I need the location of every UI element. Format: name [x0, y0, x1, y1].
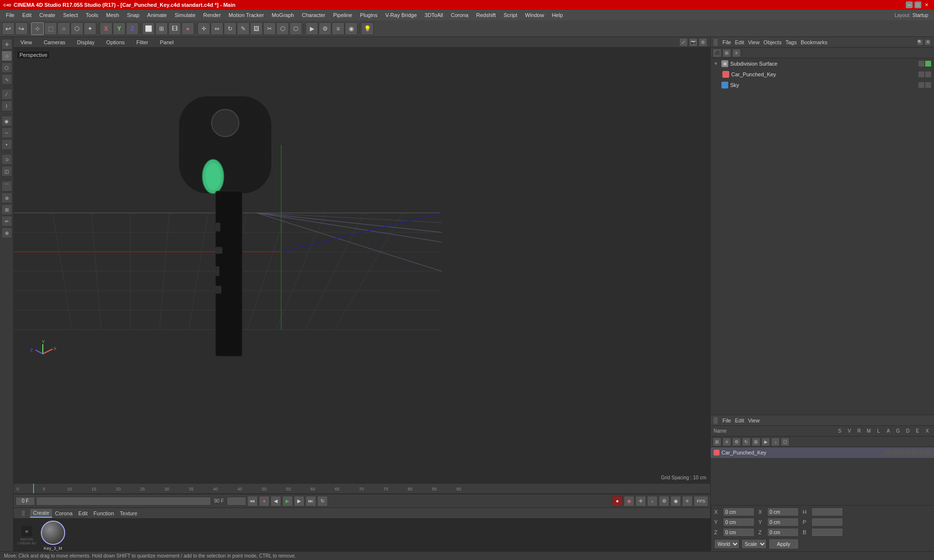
- attr-tool-btn8[interactable]: ⬡: [781, 438, 790, 446]
- record3-button[interactable]: ◉: [624, 496, 634, 507]
- tab-function[interactable]: Function: [90, 509, 117, 517]
- attr-icon-3[interactable]: [898, 450, 904, 455]
- coord-x-input[interactable]: [723, 508, 754, 516]
- free-select-button[interactable]: ✦: [84, 22, 96, 35]
- coord-p-input[interactable]: [811, 518, 843, 526]
- record-button[interactable]: ●: [181, 22, 194, 35]
- menu-script[interactable]: Script: [500, 11, 521, 19]
- sky-enabled-icon[interactable]: [925, 82, 931, 88]
- menu-simulate[interactable]: Simulate: [171, 11, 199, 19]
- y-axis-button[interactable]: Y: [113, 22, 126, 35]
- world-dropdown[interactable]: World: [714, 539, 739, 549]
- viewport-tab-options[interactable]: Options: [102, 38, 128, 46]
- film-button[interactable]: 🎞: [168, 22, 181, 35]
- cube-view-button[interactable]: ⬜: [142, 22, 155, 35]
- loop-button[interactable]: ↻: [317, 496, 328, 507]
- current-frame-input[interactable]: [16, 497, 35, 506]
- attr-tool-btn4[interactable]: ↻: [742, 438, 751, 446]
- scale-dropdown[interactable]: Scale: [741, 539, 767, 549]
- viewport-tab-filter[interactable]: Filter: [132, 38, 152, 46]
- scene-item-subdivision[interactable]: ▼ ⊞ Subdivision Surface: [711, 58, 934, 69]
- scene-toolbar-btn2[interactable]: ⊞: [722, 49, 731, 57]
- menu-redshift[interactable]: Redshift: [472, 11, 500, 19]
- attr-icon-4[interactable]: [905, 450, 911, 455]
- poly-select-button[interactable]: ⬡: [71, 22, 83, 35]
- viewport-tab-display[interactable]: Display: [73, 38, 98, 46]
- attr-tool-btn5[interactable]: ⊞: [752, 438, 760, 446]
- lt-camera2-button[interactable]: ◫: [1, 166, 12, 176]
- lt-spline-button[interactable]: ∿: [1, 74, 12, 85]
- light-button[interactable]: 💡: [361, 22, 374, 35]
- texture-button[interactable]: 🖼: [250, 22, 263, 35]
- scene-item-sky[interactable]: Sky: [711, 80, 934, 90]
- attr-icon-1[interactable]: [884, 450, 890, 455]
- scene-visibility-icon[interactable]: [918, 61, 924, 67]
- menu-window[interactable]: Window: [521, 11, 548, 19]
- tab-texture[interactable]: Texture: [117, 509, 140, 517]
- menu-mograph[interactable]: MoGraph: [268, 11, 298, 19]
- lt-twist-button[interactable]: ⊛: [1, 192, 12, 203]
- onion-skin-button[interactable]: ◉: [670, 496, 681, 507]
- attr-icon-7[interactable]: [925, 450, 931, 455]
- record2-button[interactable]: ●: [612, 496, 623, 507]
- viewport-tab-view[interactable]: View: [17, 38, 36, 46]
- viewport[interactable]: Perspective: [14, 48, 710, 483]
- render-queue-button[interactable]: ≡: [332, 22, 344, 35]
- attr-menu-file[interactable]: File: [722, 418, 731, 423]
- move-tool-button[interactable]: ✛: [198, 22, 210, 35]
- scale-tool-button[interactable]: ⇔: [211, 22, 223, 35]
- attr-icon-5[interactable]: [912, 450, 917, 455]
- attr-tool-btn2[interactable]: ≡: [722, 438, 731, 446]
- lt-subdivide-button[interactable]: ⊞: [1, 204, 12, 215]
- menu-3dtall[interactable]: 3DToAll: [421, 11, 447, 19]
- menu-animate[interactable]: Animate: [144, 11, 171, 19]
- menu-vray[interactable]: V-Ray Bridge: [381, 11, 421, 19]
- lt-deform-button[interactable]: ⊃: [1, 154, 12, 165]
- prev-frame-button[interactable]: ◀: [270, 496, 281, 507]
- attr-tool-btn1[interactable]: ⊞: [713, 438, 721, 446]
- lt-fields-button[interactable]: ⊕: [1, 228, 12, 238]
- frame-button[interactable]: ⊞: [155, 22, 168, 35]
- viewport-render-button[interactable]: ◉: [345, 22, 358, 35]
- menu-edit[interactable]: Edit: [18, 11, 36, 19]
- scene-icon-settings[interactable]: ⚙: [924, 39, 931, 46]
- menu-create[interactable]: Create: [36, 11, 59, 19]
- sculpt-button[interactable]: ✎: [237, 22, 250, 35]
- scene-menu-view[interactable]: View: [748, 39, 760, 45]
- menu-tools[interactable]: Tools: [82, 11, 102, 19]
- scene-icon-search[interactable]: 🔍: [916, 39, 923, 46]
- attr-menu-edit[interactable]: Edit: [735, 418, 744, 423]
- coord-y2-input[interactable]: [767, 518, 799, 526]
- scene-menu-objects[interactable]: Objects: [763, 39, 781, 45]
- end-frame-input[interactable]: [227, 497, 246, 506]
- menu-corona[interactable]: Corona: [447, 11, 472, 19]
- tab-edit[interactable]: Edit: [75, 509, 90, 517]
- scene-menu-edit[interactable]: Edit: [735, 39, 744, 45]
- menu-plugins[interactable]: Plugins: [356, 11, 381, 19]
- coord-b-input[interactable]: [811, 528, 843, 537]
- x-axis-button[interactable]: X: [100, 22, 112, 35]
- carkey-vis-icon[interactable]: [918, 71, 924, 77]
- menu-select[interactable]: Select: [59, 11, 82, 19]
- scene-toolbar-btn3[interactable]: ≡: [732, 49, 741, 57]
- forward-to-end-button[interactable]: ⏭: [305, 496, 316, 507]
- keyframe-button[interactable]: ⬦: [647, 496, 658, 507]
- coord-y-input[interactable]: [723, 518, 754, 526]
- attr-icon-2[interactable]: [891, 450, 897, 455]
- rect-select-button[interactable]: ⬚: [44, 22, 57, 35]
- scene-menu-file[interactable]: File: [722, 39, 731, 45]
- viewport-tab-panel[interactable]: Panel: [156, 38, 178, 46]
- timeline-settings-button[interactable]: ≡: [682, 496, 693, 507]
- rotate-tool-button[interactable]: ↻: [224, 22, 236, 35]
- menu-file[interactable]: File: [2, 11, 18, 19]
- scene-menu-tags[interactable]: Tags: [786, 39, 797, 45]
- lt-move-button[interactable]: ✛: [1, 39, 12, 50]
- lt-object-button[interactable]: ◉: [1, 116, 12, 126]
- knife-button[interactable]: ✂: [263, 22, 276, 35]
- close-button[interactable]: ✕: [923, 1, 930, 8]
- lt-select-button[interactable]: ⊹: [1, 51, 12, 61]
- menu-pipeline[interactable]: Pipeline: [329, 11, 356, 19]
- polygon-button[interactable]: ⬡: [276, 22, 289, 35]
- scene-toolbar-btn1[interactable]: ⬛: [713, 49, 721, 57]
- lt-polygon-button[interactable]: ⬡: [1, 62, 12, 73]
